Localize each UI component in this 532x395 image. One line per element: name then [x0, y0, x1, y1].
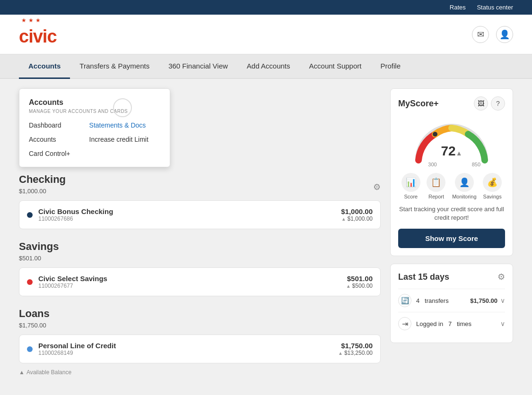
checking-settings-button[interactable]: ⚙	[373, 182, 381, 192]
checking-account-card[interactable]: Civic Bonus Checking 11000267686 $1,000.…	[19, 200, 381, 229]
dropdown-subtitle: MANAGE YOUR ACCOUNTS AND CARDS	[29, 109, 160, 114]
nav-item-accounts[interactable]: Accounts	[19, 54, 70, 79]
account-dot	[27, 279, 33, 285]
report-icon: 📋	[427, 173, 445, 192]
metric-report: 📋 Report	[427, 173, 445, 199]
savings-icon: 💰	[483, 173, 502, 192]
metric-label-savings: Savings	[483, 194, 502, 199]
loans-total: $1,750.00	[19, 322, 381, 329]
monitoring-icon: 👤	[455, 173, 474, 192]
available-balance-note: ▲ Available Balance	[19, 369, 381, 376]
svg-point-0	[433, 132, 437, 137]
account-balance: $501.00	[346, 275, 373, 283]
dropdown-item-dashboard[interactable]: Dashboard	[29, 121, 70, 129]
nav-item-support[interactable]: Account Support	[300, 54, 371, 78]
dropdown-circle-decoration	[113, 98, 132, 117]
myscore-metrics: 📊 Score 📋 Report 👤 Monitoring 💰 Savings	[398, 173, 505, 199]
gauge-label-high: 850	[472, 162, 480, 167]
right-column: MyScore+ 🖼 ?	[390, 88, 513, 376]
avail-note-text: Available Balance	[26, 369, 71, 376]
myscore-title: MyScore+	[398, 99, 439, 109]
account-info: Civic Select Savings 11000267677	[38, 275, 346, 289]
user-profile-button[interactable]: 👤	[496, 26, 513, 43]
myscore-header: MyScore+ 🖼 ?	[398, 96, 505, 111]
checking-section: Checking $1,000.00 ⚙ Civic Bonus Checkin…	[19, 173, 381, 229]
help-icon: ?	[496, 100, 500, 107]
dropdown-left-col: Dashboard Accounts Card Control+	[29, 121, 70, 157]
last15-logins-row[interactable]: ⇥ Logged in 7 times ∨	[398, 312, 505, 335]
savings-title: Savings	[19, 240, 381, 253]
account-name: Civic Bonus Checking	[38, 207, 341, 215]
logins-chevron-icon: ∨	[500, 320, 505, 327]
last-15-days-card: Last 15 days ⚙ 🔄 4 transfers $1,750.00 ∨…	[390, 264, 513, 343]
account-number: 11000267677	[38, 283, 346, 289]
left-column: Accounts MANAGE YOUR ACCOUNTS AND CARDS …	[19, 88, 381, 376]
gauge-container: 72▲ 300 850	[398, 115, 505, 167]
transfers-icon: 🔄	[398, 294, 411, 307]
dropdown-item-card-control[interactable]: Card Control+	[29, 150, 70, 157]
dropdown-columns: Dashboard Accounts Card Control+ Stateme…	[29, 121, 160, 157]
avail-arrow-icon: ▲	[346, 283, 351, 289]
loans-account-card[interactable]: Personal Line of Credit 11000268149 $1,7…	[19, 335, 381, 363]
header-icons: ✉ 👤	[472, 26, 513, 43]
account-dot	[27, 346, 33, 352]
savings-section: Savings $501.00 Civic Select Savings 110…	[19, 240, 381, 296]
metric-label-report: Report	[428, 194, 444, 199]
dropdown-right-col: Statements & Docs Increase credit Limit	[89, 121, 148, 157]
nav-item-360[interactable]: 360 Financial View	[159, 54, 237, 78]
last15-settings-icon[interactable]: ⚙	[497, 272, 505, 282]
account-available: ▲ $13,250.00	[338, 350, 373, 356]
user-icon: 👤	[499, 29, 510, 40]
accounts-section: Checking $1,000.00 ⚙ Civic Bonus Checkin…	[19, 173, 381, 376]
savings-total: $501.00	[19, 255, 381, 262]
transfers-text: 4 transfers	[416, 297, 470, 304]
dropdown-item-statements[interactable]: Statements & Docs	[89, 121, 148, 129]
account-balance: $1,000.00	[341, 207, 373, 215]
metric-savings: 💰 Savings	[483, 173, 502, 199]
account-name: Civic Select Savings	[38, 275, 346, 283]
myscore-description: Start tracking your credit score and ful…	[398, 205, 505, 222]
metric-monitoring: 👤 Monitoring	[452, 173, 476, 199]
top-bar: Rates Status center	[0, 0, 532, 15]
loans-section: Loans $1,750.00 Personal Line of Credit …	[19, 308, 381, 363]
status-center-link[interactable]: Status center	[477, 4, 513, 11]
account-balances: $1,750.00 ▲ $13,250.00	[338, 342, 373, 356]
account-available: ▲ $500.00	[346, 283, 373, 289]
checking-total: $1,000.00	[19, 188, 66, 195]
savings-account-card[interactable]: Civic Select Savings 11000267677 $501.00…	[19, 267, 381, 296]
metric-label-monitoring: Monitoring	[452, 194, 476, 199]
dropdown-item-accounts[interactable]: Accounts	[29, 136, 70, 143]
transfers-amount: $1,750.00	[470, 297, 497, 304]
rates-link[interactable]: Rates	[450, 4, 466, 11]
gauge-score: 72▲	[441, 144, 462, 159]
mail-button[interactable]: ✉	[472, 26, 489, 43]
main-nav: Accounts Transfers & Payments 360 Financ…	[0, 54, 532, 79]
logo-text: civic	[19, 22, 57, 47]
logo: ★ ★ ★ civic	[19, 22, 57, 47]
nav-item-profile[interactable]: Profile	[371, 54, 410, 78]
account-balance: $1,750.00	[338, 342, 373, 350]
myscore-icons-row: 🖼 ?	[474, 96, 505, 111]
avail-arrow-icon: ▲	[338, 351, 343, 356]
account-name: Personal Line of Credit	[38, 342, 338, 350]
account-dot	[27, 212, 33, 218]
myscore-help-button[interactable]: ?	[491, 96, 505, 111]
mail-icon: ✉	[477, 29, 484, 40]
dropdown-title: Accounts	[29, 98, 160, 107]
account-number: 11000268149	[38, 350, 338, 356]
avail-arrow-icon: ▲	[341, 216, 346, 222]
loans-title: Loans	[19, 308, 381, 320]
dropdown-item-credit-limit[interactable]: Increase credit Limit	[89, 136, 148, 143]
account-info: Personal Line of Credit 11000268149	[38, 342, 338, 356]
metric-label-score: Score	[404, 194, 418, 199]
nav-item-transfers[interactable]: Transfers & Payments	[70, 54, 159, 78]
myscore-card: MyScore+ 🖼 ?	[390, 88, 513, 256]
last15-title: Last 15 days	[398, 272, 449, 282]
show-score-button[interactable]: Show my Score	[398, 229, 505, 248]
myscore-image-button[interactable]: 🖼	[474, 96, 488, 111]
logins-text: Logged in 7 times	[416, 320, 500, 327]
main-content: Accounts MANAGE YOUR ACCOUNTS AND CARDS …	[0, 79, 532, 385]
last15-header: Last 15 days ⚙	[398, 272, 505, 282]
last15-transfers-row[interactable]: 🔄 4 transfers $1,750.00 ∨	[398, 289, 505, 312]
nav-item-add-accounts[interactable]: Add Accounts	[237, 54, 300, 78]
